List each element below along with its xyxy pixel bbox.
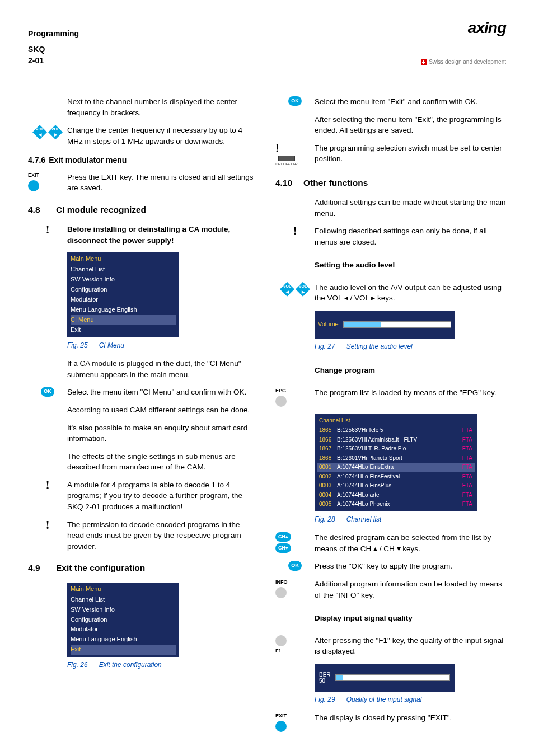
info-label: INFO — [275, 579, 288, 586]
ber-bar — [335, 674, 450, 681]
heading-title: Exit modulator menu — [49, 154, 127, 166]
ok-key-icon: OK — [288, 561, 302, 570]
volume-bar — [343, 321, 451, 328]
body-text: The effects of the single settings in su… — [67, 451, 259, 473]
heading-number: 4.8 — [28, 204, 50, 216]
heading-number: 4.10 — [275, 177, 298, 189]
body-text: The programming selection switch must be… — [315, 143, 506, 165]
channel-row: 0003A:10744HLo EinsPlusFTA — [317, 481, 475, 491]
figure-caption: Fig. 25CI Menu — [67, 341, 259, 350]
vol-left-right-icon: VOL◀ VOL▶ — [32, 125, 63, 139]
body-text: After pressing the "F1" key, the quality… — [315, 635, 506, 657]
figure-caption: Fig. 26Exit the configuration — [67, 660, 259, 670]
body-text: Following described settings can only be… — [315, 226, 506, 247]
header-section: Programming — [28, 28, 79, 39]
epg-button-icon — [275, 396, 287, 407]
ok-key-icon: OK — [288, 96, 302, 106]
body-text: Change the center frequency if necessary… — [67, 125, 259, 147]
channel-row: 1867B:12563VHi T. R. Padre PioFTA — [317, 444, 475, 454]
model-label: SKQ 2-01 — [28, 43, 45, 68]
body-text: If a CA module is plugged in the duct, t… — [67, 358, 259, 380]
channel-row: 0004A:10744HLo arteFTA — [317, 491, 475, 500]
warning-icon: ! — [293, 226, 297, 237]
switch-icon: CH1 OFF CH2 — [275, 156, 298, 167]
subheading: Setting the audio level — [315, 260, 506, 271]
f1-button-icon — [275, 635, 287, 646]
warning-icon: ! — [46, 480, 50, 491]
figure-caption: Fig. 29Quality of the input signal — [315, 695, 506, 705]
ch-down-key-icon: CH▾ — [275, 543, 291, 553]
heading-title: Other functions — [303, 177, 368, 189]
right-column: OK Select the menu item "Exit" and confi… — [275, 96, 506, 739]
ber-screenshot: BER50 — [315, 664, 455, 692]
body-text: The audio level on the A/V output can be… — [315, 282, 506, 304]
body-text: Select the menu item "Exit" and confirm … — [315, 96, 506, 107]
main-menu-screenshot: Main Menu Channel List SW Version Info C… — [67, 583, 179, 658]
body-text: It's also possible to make an enquiry ab… — [67, 422, 259, 444]
body-text: According to used CAM different settings… — [67, 405, 259, 416]
epg-label: EPG — [275, 387, 286, 395]
vol-left-right-icon: VOL◀ VOL▶ — [280, 282, 310, 297]
ok-key-icon: OK — [41, 387, 54, 396]
heading-number: 4.7.6 — [28, 154, 45, 166]
left-column: Next to the channel number is displayed … — [28, 96, 259, 739]
subheading: Change program — [315, 365, 506, 376]
f1-label: F1 — [275, 647, 282, 655]
body-text: The permission to decode encoded program… — [67, 519, 259, 552]
body-text: Additional program information can be lo… — [315, 579, 506, 600]
body-text: The program list is loaded by means of t… — [315, 387, 506, 398]
volume-screenshot: Volume — [315, 311, 455, 339]
warning-icon: ! — [46, 519, 50, 530]
body-text: The desired program can be selected from… — [315, 532, 506, 554]
warning-text: Before installing or deinstalling a CA m… — [67, 225, 230, 245]
exit-button-icon — [28, 180, 39, 191]
header-brand: axing — [468, 17, 506, 40]
body-text: Select the menu item "CI Menu" and confi… — [67, 387, 259, 398]
heading-title: Exit the configuration — [56, 562, 145, 574]
heading-title: CI module recognized — [56, 204, 146, 216]
subheading: Display input signal quality — [315, 613, 506, 624]
warning-icon: ! — [275, 143, 279, 154]
figure-caption: Fig. 28Channel list — [315, 515, 506, 524]
brand-tagline: Swiss design and development — [421, 58, 506, 67]
channel-row: 0001A:10744HLo EinsExtraFTA — [317, 463, 475, 472]
info-button-icon — [275, 587, 287, 598]
figure-caption: Fig. 27Setting the audio level — [315, 342, 506, 351]
body-text: A module for 4 programs is able to decod… — [67, 480, 259, 513]
body-text: Next to the channel number is displayed … — [67, 96, 259, 118]
exit-label: EXIT — [275, 712, 287, 720]
body-text: Press the "OK" key to apply the program. — [315, 561, 506, 572]
exit-label: EXIT — [28, 172, 39, 179]
brand-logo: axing — [468, 17, 506, 40]
warning-icon: ! — [46, 224, 50, 235]
main-menu-screenshot: Main Menu Channel List SW Version Info C… — [67, 252, 179, 337]
channel-row: 1866B:12563VHi Administra.it - FLTVFTA — [317, 435, 475, 445]
channel-row: 0002A:10744HLo EinsFestivalFTA — [317, 472, 475, 482]
channel-row: 1868B:12601VHi Planeta SportFTA — [317, 454, 475, 463]
page-header: Programming axing — [28, 17, 506, 41]
ch-up-key-icon: CH▴ — [275, 532, 291, 542]
body-text: After selecting the menu item "Exit", th… — [315, 114, 506, 136]
channel-row: 1865B:12563VHi Tele 5FTA — [317, 426, 475, 435]
body-text: Press the EXIT key. The menu is closed a… — [67, 172, 259, 194]
channel-list-screenshot: Channel List 1865B:12563VHi Tele 5FTA186… — [315, 414, 477, 511]
exit-button-icon — [275, 721, 287, 732]
body-text: Additional settings can be made without … — [315, 197, 506, 219]
body-text: The display is closed by pressing "EXIT"… — [315, 712, 506, 724]
heading-number: 4.9 — [28, 562, 50, 574]
channel-row: 0005A:10744HLo PhoenixFTA — [317, 500, 475, 509]
swiss-flag-icon — [421, 59, 427, 65]
